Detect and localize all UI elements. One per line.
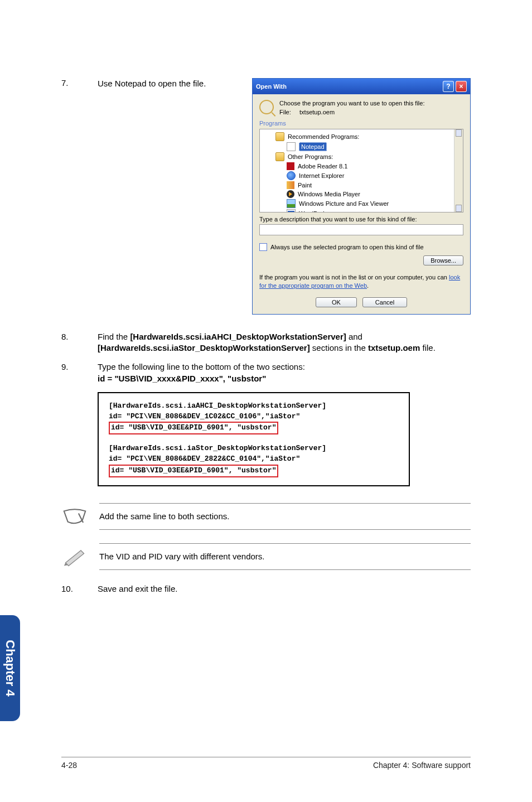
description-input[interactable]: [259, 224, 463, 235]
dialog-body: Choose the program you want to use to op…: [253, 94, 470, 314]
list-item-label: WordPad: [299, 210, 325, 212]
open-with-dialog: Open With ? × Choose the program you wan…: [252, 78, 471, 315]
folder-icon: [275, 132, 284, 141]
magnifier-icon: [259, 100, 274, 114]
pencil-icon: [61, 545, 88, 568]
chapter-sidebar-tab: Chapter 4: [0, 615, 20, 721]
text-fragment: [HardwareIds.scsi.iaStor_DesktopWorkstat…: [98, 343, 310, 352]
note-1-text: Add the same line to both sections.: [99, 504, 229, 529]
dialog-title-bar: Open With ? ×: [253, 79, 470, 94]
footer-chapter-title: Chapter 4: Software support: [373, 761, 471, 770]
text-fragment: Type the following line to the bottom of…: [98, 362, 305, 371]
help-icon[interactable]: ?: [443, 81, 454, 92]
step-9-text: Type the following line to the bottom of…: [98, 361, 471, 384]
list-item-label: Internet Explorer: [299, 172, 344, 179]
step-8: 8. Find the [HardwareIds.scsi.iaAHCI_Des…: [61, 331, 471, 354]
ok-button[interactable]: OK: [316, 297, 357, 307]
group-recommended: Recommended Programs:: [260, 132, 463, 142]
footer-page-number: 4-28: [61, 761, 77, 770]
document-page: 7. Use Notepad to open the file. Open Wi…: [0, 0, 532, 802]
browse-button[interactable]: Browse...: [423, 255, 463, 265]
text-fragment: Find the: [98, 332, 130, 341]
list-item[interactable]: Windows Picture and Fax Viewer: [260, 199, 463, 209]
code-line: [HardwareIds.scsi.iaStor_DesktopWorkstat…: [109, 443, 399, 454]
always-use-label: Always use the selected program to open …: [270, 244, 424, 250]
list-item-label: Windows Media Player: [298, 191, 360, 197]
step-8-text: Find the [HardwareIds.scsi.iaAHCI_Deskto…: [98, 331, 471, 354]
ie-icon: [287, 171, 296, 180]
text-fragment: sections in the: [310, 343, 368, 352]
note-icon: [61, 505, 88, 528]
list-item[interactable]: Paint: [260, 181, 463, 190]
adobe-icon: [287, 162, 294, 170]
step-8-number: 8.: [61, 331, 81, 354]
description-label: Type a description that you want to use …: [259, 216, 463, 223]
list-item-label: Notepad: [299, 142, 327, 151]
step-10-number: 10.: [61, 583, 81, 595]
text-fragment: .: [367, 282, 369, 289]
group-recommended-label: Recommended Programs:: [288, 133, 359, 140]
step-9: 9. Type the following line to the bottom…: [61, 361, 471, 384]
note-1: Add the same line to both sections.: [61, 503, 471, 530]
picture-viewer-icon: [287, 199, 296, 208]
checkbox-icon[interactable]: [259, 243, 267, 251]
list-item-label: Paint: [298, 182, 312, 189]
list-item-label: Adobe Reader 8.1: [298, 163, 347, 170]
text-fragment: If the program you want is not in the li…: [259, 274, 449, 281]
close-icon[interactable]: ×: [456, 81, 467, 92]
list-item[interactable]: WordPad: [260, 209, 463, 212]
group-other-label: Other Programs:: [288, 153, 333, 160]
file-label: File:: [279, 109, 291, 115]
file-line: File: txtsetup.oem: [279, 109, 425, 115]
notepad-icon: [287, 142, 296, 151]
group-other: Other Programs:: [260, 152, 463, 162]
file-name: txtsetup.oem: [299, 109, 335, 115]
step-7-number: 7.: [61, 78, 81, 88]
paint-icon: [287, 181, 294, 189]
code-line: [HardwareIds.scsi.iaAHCI_DesktopWorkstat…: [109, 401, 399, 412]
text-fragment: [HardwareIds.scsi.iaAHCI_DesktopWorkstat…: [130, 332, 346, 341]
page-footer: 4-28 Chapter 4: Software support: [61, 757, 471, 770]
code-line-highlighted: id= "USB\VID_03EE&PID_6901", "usbstor": [109, 465, 278, 477]
code-line: id= "PCI\VEN_8086&DEV_2822&CC_0104","iaS…: [109, 454, 399, 465]
scrollbar[interactable]: [454, 129, 463, 212]
always-use-row[interactable]: Always use the selected program to open …: [259, 243, 463, 251]
text-fragment: id = "USB\VID_xxxx&PID_xxxx", "usbstor": [98, 374, 266, 383]
choose-program-text: Choose the program you want to use to op…: [279, 100, 425, 107]
step-10: 10. Save and exit the file.: [61, 583, 471, 595]
code-line-highlighted: id= "USB\VID_03EE&PID_6901", "usbstor": [109, 422, 278, 434]
list-item[interactable]: Internet Explorer: [260, 171, 463, 181]
wmp-icon: [287, 190, 294, 198]
folder-icon: [275, 152, 284, 161]
programs-listbox[interactable]: Recommended Programs: Notepad Other Prog…: [259, 129, 463, 212]
step-9-number: 9.: [61, 361, 81, 384]
cancel-button[interactable]: Cancel: [362, 297, 407, 307]
code-line: id= "PCI\VEN_8086&DEV_1C02&CC_0106","iaS…: [109, 412, 399, 422]
step-10-text: Save and exit the file.: [98, 583, 471, 595]
dialog-title: Open With: [256, 83, 287, 90]
text-fragment: file.: [420, 343, 436, 352]
text-fragment: and: [346, 332, 362, 341]
list-item[interactable]: Windows Media Player: [260, 190, 463, 199]
programs-label: Programs: [259, 120, 463, 127]
list-item-notepad[interactable]: Notepad: [260, 142, 463, 152]
note-2: The VID and PID vary with different vend…: [61, 543, 471, 570]
note-2-text: The VID and PID vary with different vend…: [99, 544, 265, 569]
web-lookup-text: If the program you want is not in the li…: [259, 273, 463, 291]
sidebar-label: Chapter 4: [3, 640, 17, 696]
text-fragment: txtsetup.oem: [368, 343, 420, 352]
step-7-text: Use Notepad to open the file.: [98, 78, 235, 89]
list-item-label: Windows Picture and Fax Viewer: [299, 200, 389, 207]
code-box: [HardwareIds.scsi.iaAHCI_DesktopWorkstat…: [98, 392, 410, 486]
list-item[interactable]: Adobe Reader 8.1: [260, 162, 463, 171]
wordpad-icon: [287, 209, 296, 212]
step-7-row: 7. Use Notepad to open the file. Open Wi…: [61, 78, 471, 315]
